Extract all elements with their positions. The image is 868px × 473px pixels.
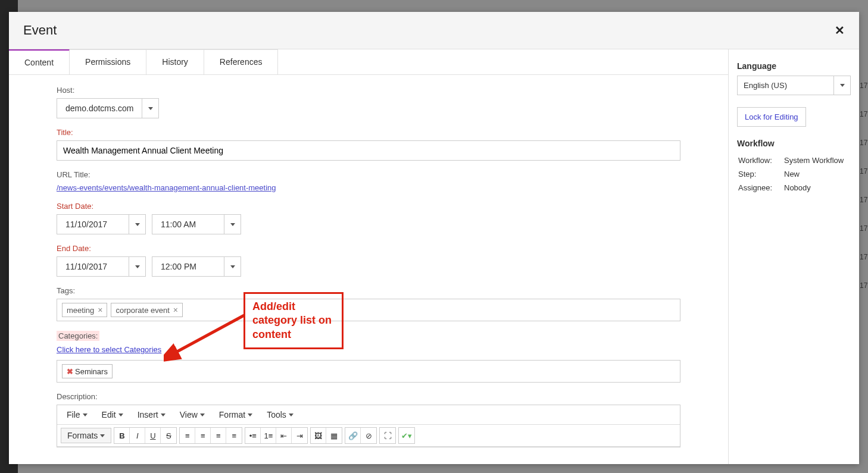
bold-icon[interactable]: B [114,428,130,443]
outdent-icon[interactable]: ⇤ [276,428,292,443]
modal-title: Event [23,23,57,38]
remove-tag-icon[interactable]: × [173,305,178,315]
category-pill: ✖ Seminars [62,364,113,378]
image-icon[interactable]: 🖼 [311,428,326,443]
tab-permissions[interactable]: Permissions [70,49,146,74]
tag-pill: meeting × [62,303,107,317]
number-list-icon[interactable]: 1≡ [261,428,276,443]
editor-menu-tools[interactable]: Tools [261,408,299,422]
editor-menu-edit[interactable]: Edit [96,408,129,422]
host-select[interactable]: demo.dotcms.com [57,98,159,118]
categories-label: Categories: [57,331,99,341]
chevron-down-icon[interactable] [142,99,158,118]
workflow-val: System Workflow [784,154,850,167]
link-icon[interactable]: 🔗 [345,428,361,443]
chevron-down-icon[interactable] [129,257,145,276]
workflow-key: Step: [738,168,783,180]
bg-num: 17 [860,129,868,157]
title-input[interactable] [57,140,680,161]
bg-num: 17 [860,186,868,214]
align-center-icon[interactable]: ≡ [195,428,211,443]
language-header: Language [737,61,851,71]
end-date-label: End Date: [57,244,680,253]
end-date-picker[interactable]: 11/10/2017 [57,256,146,277]
chevron-down-icon[interactable] [224,257,241,276]
editor-menu-insert[interactable]: Insert [132,408,171,422]
formats-button[interactable]: Formats [61,428,111,443]
bg-num: 17 [860,100,868,129]
close-icon[interactable] [835,23,845,37]
align-left-icon[interactable]: ≡ [180,428,195,443]
tabs: Content Permissions History References [9,49,728,75]
lock-for-editing-button[interactable]: Lock for Editing [737,107,806,127]
tab-history[interactable]: History [146,49,204,74]
url-title-label: URL Title: [57,170,680,179]
chevron-down-icon[interactable] [224,215,241,234]
strike-icon[interactable]: S [161,428,176,443]
tag-text: meeting [67,306,94,315]
bg-num: 17 [860,157,868,186]
language-value: English (US) [738,76,833,95]
category-text: Seminars [75,367,108,376]
editor-menu-view[interactable]: View [174,408,211,422]
editor-menu-file[interactable]: File [61,408,93,422]
bg-num: 17 [860,71,868,100]
underline-icon[interactable]: U [145,428,161,443]
tag-text: corporate event [115,306,169,315]
language-select[interactable]: English (US) [737,76,851,95]
tag-pill: corporate event × [111,303,183,317]
url-title-link[interactable]: /news-events/events/wealth-management-an… [57,183,276,192]
categories-box[interactable]: ✖ Seminars [57,360,680,383]
indent-icon[interactable]: ⇥ [292,428,307,443]
select-categories-link[interactable]: Click here to select Categories [57,345,161,354]
host-label: Host: [57,86,680,95]
bg-num: 17 [860,271,868,300]
description-label: Description: [57,392,680,401]
event-modal: Event Content Permissions History Refere… [9,12,859,464]
end-time-picker[interactable]: 12:00 PM [152,256,241,277]
italic-icon[interactable]: I [130,428,145,443]
workflow-val: New [784,168,850,180]
start-date-label: Start Date: [57,202,680,211]
rich-text-editor[interactable]: File Edit Insert View Format Tools Forma… [57,405,680,447]
host-value: demo.dotcms.com [57,99,142,118]
tab-content[interactable]: Content [9,49,70,74]
workflow-header: Workflow [737,139,851,148]
bullet-list-icon[interactable]: •≡ [245,428,261,443]
tab-references[interactable]: References [204,49,279,74]
media-icon[interactable]: ▦ [326,428,342,443]
fullscreen-icon[interactable]: ⛶ [380,428,395,443]
tags-input[interactable]: meeting × corporate event × [57,299,680,321]
align-right-icon[interactable]: ≡ [211,428,226,443]
end-date-value: 11/10/2017 [57,257,129,276]
start-time-value: 11:00 AM [152,215,224,234]
remove-tag-icon[interactable]: × [98,305,102,315]
bg-num: 17 [860,214,868,243]
check-icon[interactable]: ✔▾ [399,428,414,443]
chevron-down-icon[interactable] [833,76,850,95]
unlink-icon[interactable]: ⊘ [361,428,376,443]
workflow-key: Workflow: [738,154,783,167]
editor-menu-format[interactable]: Format [213,408,258,422]
align-justify-icon[interactable]: ≡ [226,428,242,443]
chevron-down-icon[interactable] [129,215,145,234]
workflow-table: Workflow:System Workflow Step:New Assign… [737,153,851,195]
start-date-picker[interactable]: 11/10/2017 [57,214,146,234]
tags-label: Tags: [57,286,680,295]
bg-num: 17 [860,243,868,271]
remove-category-icon[interactable]: ✖ [67,367,73,376]
start-date-value: 11/10/2017 [57,215,129,234]
workflow-val: Nobody [784,181,850,194]
workflow-key: Assignee: [738,181,783,194]
end-time-value: 12:00 PM [152,257,224,276]
start-time-picker[interactable]: 11:00 AM [152,214,241,234]
title-label: Title: [57,128,680,137]
